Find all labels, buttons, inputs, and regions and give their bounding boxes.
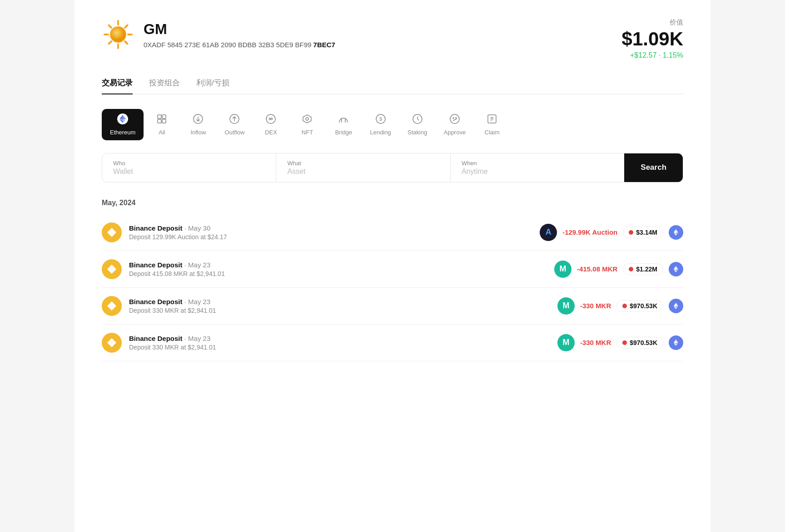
filter-outflow-label: Outflow <box>224 129 244 136</box>
table-row[interactable]: Binance Deposit · May 23 Deposit 415.08 … <box>102 251 683 288</box>
bridge-icon <box>338 113 349 126</box>
tx3-eth-icon <box>669 299 683 313</box>
svg-marker-62 <box>676 306 678 309</box>
filter-claim[interactable]: Claim <box>474 109 510 140</box>
tx4-eth-icon <box>669 335 683 350</box>
tx2-right: M -415.08 MKR $1.22M <box>554 261 683 278</box>
tx1-info: Binance Deposit · May 30 Deposit 129.99K… <box>129 224 532 241</box>
svg-marker-68 <box>676 340 678 344</box>
svg-rect-16 <box>158 115 161 118</box>
tx1-asset-icon: A <box>540 224 557 241</box>
all-icon <box>156 113 167 126</box>
wallet-address: 0XADF 5845 273E 61AB 2090 BDBB 32B3 5DE9… <box>144 41 335 49</box>
svg-marker-55 <box>674 270 676 272</box>
svg-point-25 <box>306 118 308 120</box>
tx2-desc: Deposit 415.08 MKR at $2,941.01 <box>129 270 547 277</box>
search-bar: Who Wallet What Asset When Anytime Searc… <box>102 153 683 182</box>
filter-claim-label: Claim <box>485 129 500 136</box>
tx4-usd-badge: $970.53K <box>616 337 663 349</box>
table-row[interactable]: Binance Deposit · May 30 Deposit 129.99K… <box>102 214 683 251</box>
svg-line-7 <box>125 25 128 28</box>
svg-point-10 <box>111 27 125 42</box>
filter-dex[interactable]: DEX <box>253 109 289 140</box>
tx1-right: A -129.99K Auction $3.14M <box>540 224 683 241</box>
table-row[interactable]: Binance Deposit · May 23 Deposit 330 MKR… <box>102 325 683 361</box>
tx3-right: M -330 MKR $970.53K <box>557 297 683 315</box>
tx3-usd-dot <box>622 304 627 308</box>
svg-text:$: $ <box>379 116 382 122</box>
tx2-usd-badge: $1.22M <box>623 263 663 275</box>
when-placeholder: Anytime <box>462 167 613 176</box>
svg-marker-70 <box>676 343 678 346</box>
price-label: 价值 <box>622 18 683 27</box>
transaction-list: Binance Deposit · May 30 Deposit 129.99K… <box>102 214 683 361</box>
binance-icon-tx1 <box>102 222 122 242</box>
filter-approve[interactable]: Approve <box>436 109 474 140</box>
search-button[interactable]: Search <box>624 153 683 182</box>
filter-ethereum-label: Ethereum <box>110 129 135 136</box>
tx2-info: Binance Deposit · May 23 Deposit 415.08 … <box>129 261 547 277</box>
tx4-info: Binance Deposit · May 23 Deposit 330 MKR… <box>129 335 550 351</box>
price-value: $1.09K <box>622 29 683 49</box>
tx4-desc: Deposit 330 MKR at $2,941.01 <box>129 344 550 351</box>
svg-rect-19 <box>162 119 166 123</box>
tx1-eth-icon <box>669 225 683 240</box>
section-date: May, 2024 <box>102 199 683 207</box>
filter-nft-label: NFT <box>302 129 313 136</box>
tx4-amount: -330 MKR <box>580 339 611 346</box>
svg-rect-18 <box>158 119 161 123</box>
approve-icon <box>449 113 460 126</box>
tx2-amount: -415.08 MKR <box>577 265 617 273</box>
lending-icon: $ <box>375 113 386 126</box>
header-left: GM 0XADF 5845 273E 61AB 2090 BDBB 32B3 5… <box>102 18 335 51</box>
filter-outflow[interactable]: Outflow <box>216 109 253 140</box>
search-who-field[interactable]: Who Wallet <box>102 153 276 182</box>
tx3-desc: Deposit 330 MKR at $2,941.01 <box>129 307 550 314</box>
svg-marker-44 <box>676 229 678 233</box>
tx4-asset-icon: M <box>557 334 575 351</box>
svg-line-6 <box>125 41 128 44</box>
svg-line-5 <box>109 25 112 28</box>
svg-line-8 <box>109 41 112 44</box>
wallet-name: GM <box>144 20 335 38</box>
filter-staking[interactable]: Staking <box>399 109 436 140</box>
tx2-asset-icon: M <box>554 261 571 278</box>
filter-nft[interactable]: NFT <box>289 109 325 140</box>
tx3-asset-icon: M <box>557 297 575 315</box>
tx1-usd-badge: $3.14M <box>623 227 663 238</box>
header-text: GM 0XADF 5845 273E 61AB 2090 BDBB 32B3 5… <box>144 20 335 48</box>
svg-point-34 <box>453 118 454 118</box>
svg-marker-52 <box>676 266 678 270</box>
table-row[interactable]: Binance Deposit · May 23 Deposit 330 MKR… <box>102 288 683 325</box>
tab-portfolio[interactable]: 投资组合 <box>149 78 180 94</box>
tab-pnl[interactable]: 利润/亏损 <box>196 78 229 94</box>
filter-inflow-label: Inflow <box>190 129 206 136</box>
ethereum-icon <box>117 113 128 126</box>
svg-marker-54 <box>676 270 678 272</box>
binance-icon-tx4 <box>102 333 122 353</box>
search-what-field[interactable]: What Asset <box>276 153 450 182</box>
binance-icon-tx3 <box>102 296 122 316</box>
tab-transactions[interactable]: 交易记录 <box>102 78 133 94</box>
svg-rect-17 <box>162 115 166 118</box>
sun-icon <box>102 18 134 51</box>
filter-bridge-label: Bridge <box>335 129 353 136</box>
svg-point-33 <box>450 114 459 123</box>
svg-marker-45 <box>674 229 676 233</box>
filter-bridge[interactable]: Bridge <box>325 109 362 140</box>
tx3-usd-badge: $970.53K <box>616 300 663 312</box>
filter-ethereum[interactable]: Ethereum <box>102 109 144 140</box>
svg-point-35 <box>456 118 457 118</box>
svg-marker-63 <box>674 306 676 309</box>
filter-row: Ethereum All Inflow Outflow <box>102 109 683 140</box>
filter-lending-label: Lending <box>370 129 391 136</box>
filter-all[interactable]: All <box>144 109 180 140</box>
filter-lending[interactable]: $ Lending <box>362 109 399 140</box>
dex-icon <box>265 113 276 126</box>
svg-marker-47 <box>674 233 676 236</box>
search-when-field[interactable]: When Anytime <box>451 153 624 182</box>
tx4-right: M -330 MKR $970.53K <box>557 334 683 351</box>
filter-inflow[interactable]: Inflow <box>180 109 216 140</box>
claim-icon <box>487 113 497 126</box>
outflow-icon <box>229 113 240 126</box>
